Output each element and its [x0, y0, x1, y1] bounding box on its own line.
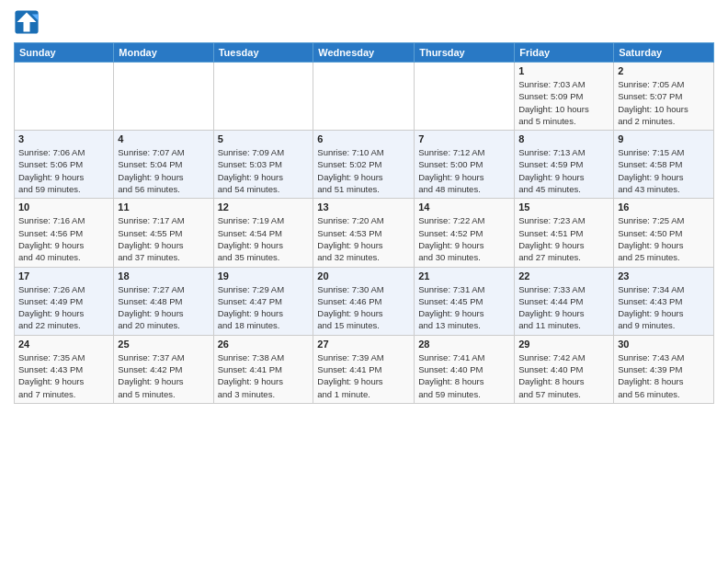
weekday-header: Monday [114, 43, 213, 63]
day-number: 9 [618, 133, 710, 144]
calendar-cell: 10Sunrise: 7:16 AM Sunset: 4:56 PM Dayli… [15, 199, 114, 267]
day-number: 2 [618, 65, 710, 76]
day-number: 15 [518, 201, 609, 213]
calendar-cell: 19Sunrise: 7:29 AM Sunset: 4:47 PM Dayli… [213, 267, 313, 335]
day-number: 3 [18, 133, 109, 144]
weekday-header: Sunday [15, 43, 114, 63]
day-number: 19 [218, 270, 310, 282]
day-number: 22 [518, 270, 609, 282]
day-info: Sunrise: 7:23 AM Sunset: 4:51 PM Dayligh… [518, 214, 609, 263]
day-number: 25 [118, 339, 209, 350]
day-info: Sunrise: 7:12 AM Sunset: 5:00 PM Dayligh… [418, 146, 510, 195]
day-info: Sunrise: 7:20 AM Sunset: 4:53 PM Dayligh… [317, 214, 410, 263]
day-number: 24 [18, 339, 109, 350]
calendar-cell: 28Sunrise: 7:41 AM Sunset: 4:40 PM Dayli… [415, 335, 515, 403]
day-info: Sunrise: 7:34 AM Sunset: 4:43 PM Dayligh… [618, 283, 710, 332]
day-info: Sunrise: 7:39 AM Sunset: 4:41 PM Dayligh… [317, 351, 410, 400]
day-info: Sunrise: 7:19 AM Sunset: 4:54 PM Dayligh… [218, 214, 310, 263]
day-info: Sunrise: 7:17 AM Sunset: 4:55 PM Dayligh… [118, 214, 209, 263]
weekday-header: Thursday [415, 43, 515, 63]
day-info: Sunrise: 7:31 AM Sunset: 4:45 PM Dayligh… [418, 283, 510, 332]
day-info: Sunrise: 7:41 AM Sunset: 4:40 PM Dayligh… [418, 351, 510, 400]
day-number: 6 [317, 133, 410, 144]
day-info: Sunrise: 7:22 AM Sunset: 4:52 PM Dayligh… [418, 214, 510, 263]
calendar-cell: 22Sunrise: 7:33 AM Sunset: 4:44 PM Dayli… [515, 267, 614, 335]
calendar-cell [415, 63, 515, 131]
calendar-week-row: 1Sunrise: 7:03 AM Sunset: 5:09 PM Daylig… [15, 63, 714, 131]
calendar-cell: 13Sunrise: 7:20 AM Sunset: 4:53 PM Dayli… [313, 199, 415, 267]
day-number: 28 [418, 339, 510, 350]
day-number: 16 [618, 201, 710, 213]
logo [14, 9, 43, 35]
weekday-header: Friday [515, 43, 614, 63]
calendar-cell: 14Sunrise: 7:22 AM Sunset: 4:52 PM Dayli… [415, 199, 515, 267]
calendar-cell: 3Sunrise: 7:06 AM Sunset: 5:06 PM Daylig… [15, 131, 114, 199]
calendar-cell: 21Sunrise: 7:31 AM Sunset: 4:45 PM Dayli… [415, 267, 515, 335]
header [14, 9, 714, 35]
day-number: 30 [618, 339, 710, 350]
day-info: Sunrise: 7:07 AM Sunset: 5:04 PM Dayligh… [118, 146, 209, 195]
weekday-header: Tuesday [213, 43, 313, 63]
calendar: SundayMondayTuesdayWednesdayThursdayFrid… [14, 42, 714, 404]
weekday-header: Saturday [614, 43, 714, 63]
day-number: 1 [518, 65, 609, 76]
calendar-cell: 4Sunrise: 7:07 AM Sunset: 5:04 PM Daylig… [114, 131, 213, 199]
day-info: Sunrise: 7:06 AM Sunset: 5:06 PM Dayligh… [18, 146, 109, 195]
day-number: 8 [518, 133, 609, 144]
day-number: 29 [518, 339, 609, 350]
day-info: Sunrise: 7:03 AM Sunset: 5:09 PM Dayligh… [518, 78, 609, 127]
day-number: 20 [317, 270, 410, 282]
day-info: Sunrise: 7:13 AM Sunset: 4:59 PM Dayligh… [518, 146, 609, 195]
day-info: Sunrise: 7:25 AM Sunset: 4:50 PM Dayligh… [618, 214, 710, 263]
day-info: Sunrise: 7:37 AM Sunset: 4:42 PM Dayligh… [118, 351, 209, 400]
calendar-cell: 2Sunrise: 7:05 AM Sunset: 5:07 PM Daylig… [614, 63, 714, 131]
calendar-cell: 1Sunrise: 7:03 AM Sunset: 5:09 PM Daylig… [515, 63, 614, 131]
calendar-week-row: 17Sunrise: 7:26 AM Sunset: 4:49 PM Dayli… [15, 267, 714, 335]
day-number: 21 [418, 270, 510, 282]
calendar-cell: 27Sunrise: 7:39 AM Sunset: 4:41 PM Dayli… [313, 335, 415, 403]
day-info: Sunrise: 7:27 AM Sunset: 4:48 PM Dayligh… [118, 283, 209, 332]
day-number: 23 [618, 270, 710, 282]
logo-icon [14, 9, 40, 35]
day-info: Sunrise: 7:26 AM Sunset: 4:49 PM Dayligh… [18, 283, 109, 332]
day-info: Sunrise: 7:42 AM Sunset: 4:40 PM Dayligh… [518, 351, 609, 400]
day-info: Sunrise: 7:43 AM Sunset: 4:39 PM Dayligh… [618, 351, 710, 400]
day-info: Sunrise: 7:10 AM Sunset: 5:02 PM Dayligh… [317, 146, 410, 195]
calendar-cell: 7Sunrise: 7:12 AM Sunset: 5:00 PM Daylig… [415, 131, 515, 199]
calendar-cell: 25Sunrise: 7:37 AM Sunset: 4:42 PM Dayli… [114, 335, 213, 403]
day-number: 14 [418, 201, 510, 213]
day-info: Sunrise: 7:15 AM Sunset: 4:58 PM Dayligh… [618, 146, 710, 195]
calendar-cell: 26Sunrise: 7:38 AM Sunset: 4:41 PM Dayli… [213, 335, 313, 403]
calendar-cell: 6Sunrise: 7:10 AM Sunset: 5:02 PM Daylig… [313, 131, 415, 199]
day-number: 11 [118, 201, 209, 213]
day-number: 4 [118, 133, 209, 144]
calendar-cell [114, 63, 213, 131]
day-info: Sunrise: 7:33 AM Sunset: 4:44 PM Dayligh… [518, 283, 609, 332]
calendar-cell: 24Sunrise: 7:35 AM Sunset: 4:43 PM Dayli… [15, 335, 114, 403]
calendar-cell [15, 63, 114, 131]
calendar-cell [313, 63, 415, 131]
calendar-week-row: 24Sunrise: 7:35 AM Sunset: 4:43 PM Dayli… [15, 335, 714, 403]
calendar-week-row: 3Sunrise: 7:06 AM Sunset: 5:06 PM Daylig… [15, 131, 714, 199]
day-number: 18 [118, 270, 209, 282]
calendar-cell: 16Sunrise: 7:25 AM Sunset: 4:50 PM Dayli… [614, 199, 714, 267]
calendar-cell: 9Sunrise: 7:15 AM Sunset: 4:58 PM Daylig… [614, 131, 714, 199]
day-info: Sunrise: 7:16 AM Sunset: 4:56 PM Dayligh… [18, 214, 109, 263]
calendar-cell: 11Sunrise: 7:17 AM Sunset: 4:55 PM Dayli… [114, 199, 213, 267]
calendar-cell: 12Sunrise: 7:19 AM Sunset: 4:54 PM Dayli… [213, 199, 313, 267]
calendar-cell: 8Sunrise: 7:13 AM Sunset: 4:59 PM Daylig… [515, 131, 614, 199]
weekday-header: Wednesday [313, 43, 415, 63]
day-number: 27 [317, 339, 410, 350]
day-number: 12 [218, 201, 310, 213]
calendar-week-row: 10Sunrise: 7:16 AM Sunset: 4:56 PM Dayli… [15, 199, 714, 267]
day-info: Sunrise: 7:35 AM Sunset: 4:43 PM Dayligh… [18, 351, 109, 400]
day-number: 5 [218, 133, 310, 144]
calendar-cell: 15Sunrise: 7:23 AM Sunset: 4:51 PM Dayli… [515, 199, 614, 267]
calendar-cell: 20Sunrise: 7:30 AM Sunset: 4:46 PM Dayli… [313, 267, 415, 335]
calendar-cell [213, 63, 313, 131]
day-info: Sunrise: 7:09 AM Sunset: 5:03 PM Dayligh… [218, 146, 310, 195]
day-info: Sunrise: 7:38 AM Sunset: 4:41 PM Dayligh… [218, 351, 310, 400]
calendar-cell: 17Sunrise: 7:26 AM Sunset: 4:49 PM Dayli… [15, 267, 114, 335]
day-info: Sunrise: 7:29 AM Sunset: 4:47 PM Dayligh… [218, 283, 310, 332]
day-number: 10 [18, 201, 109, 213]
